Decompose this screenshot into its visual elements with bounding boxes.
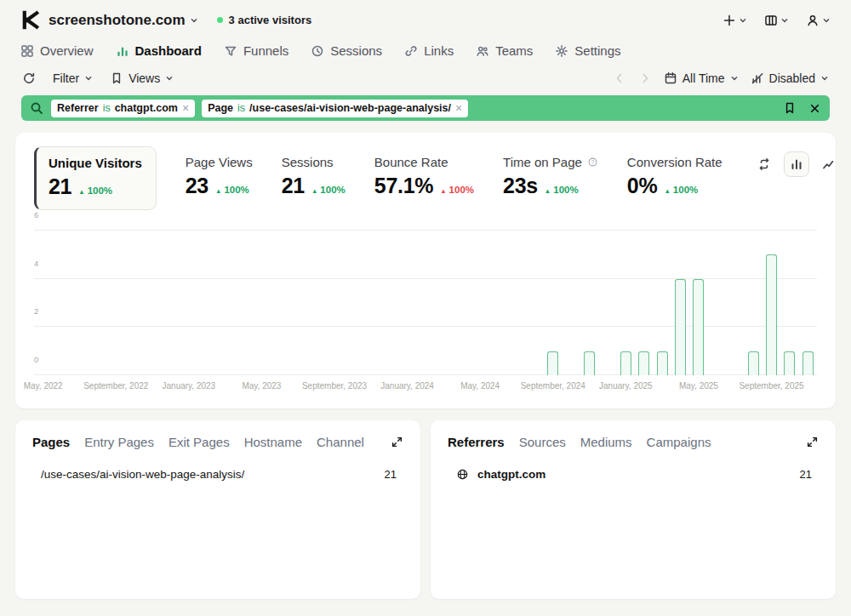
settings-icon [555,44,568,58]
date-range-button[interactable]: All Time [664,71,739,85]
referrers-card: ReferrersSourcesMediumsCampaigns chatgpt… [431,420,836,599]
account-button[interactable] [806,14,831,27]
expand-pages-button[interactable] [391,436,403,448]
filter-chip-page[interactable]: Pageis/use-cases/ai-vision-web-page-anal… [202,100,468,117]
nav-label: Overview [40,43,94,58]
layout-button[interactable] [764,14,789,27]
metric-value-row: 21▲100% [282,174,346,198]
tab-campaigns[interactable]: Campaigns [647,435,711,449]
pages-table-row[interactable]: /use-cases/ai-vision-web-page-analysis/2… [32,468,403,481]
metric-conversion-rate[interactable]: Conversion Rate0%▲100% [627,146,722,198]
filter-button[interactable]: Filter [53,71,93,85]
nav-item-links[interactable]: Links [404,43,454,58]
metric-bounce-rate[interactable]: Bounce Rate57.1%▲100% [374,146,474,198]
teams-icon [476,44,489,58]
chart-controls [751,146,842,177]
referrers-table-row[interactable]: chatgpt.com21 [448,468,819,481]
filter-chip-referrer[interactable]: Referrerischatgpt.com× [51,100,195,117]
chevron-down-icon [739,16,747,25]
save-view-button[interactable] [783,101,797,115]
chart-bar[interactable] [675,279,686,375]
y-axis-label: 4 [34,259,38,268]
trend-up-icon: ▲ [78,188,84,196]
tab-entry-pages[interactable]: Entry Pages [84,435,154,449]
expand-referrers-button[interactable] [806,436,819,448]
trend-up-icon: ▲ [664,187,670,195]
nav-item-teams[interactable]: Teams [476,43,533,58]
tab-hostname[interactable]: Hostname [244,435,302,449]
tab-mediums[interactable]: Mediums [580,435,632,449]
clear-filters-button[interactable] [808,102,821,115]
chip-value: chatgpt.com [115,102,178,114]
row-text: chatgpt.com [477,468,545,481]
tab-exit-pages[interactable]: Exit Pages [168,435,230,449]
metric-value-row: 23▲100% [186,174,253,198]
nav-item-sessions[interactable]: Sessions [311,43,382,58]
line-chart-button[interactable] [816,151,842,177]
referrers-tabs-row: ReferrersSourcesMediumsCampaigns [448,435,819,449]
x-axis-label: January, 2023 [163,381,216,391]
chart-bar[interactable] [620,351,631,375]
chart-bar[interactable] [748,351,759,375]
site-name: screenshotone.com [49,12,186,29]
tab-referrers[interactable]: Referrers [448,435,505,449]
chart-x-labels: May, 2022September, 2022January, 2023May… [34,381,817,395]
goals-button[interactable]: Disabled [751,71,829,85]
metric-label: Conversion Rate [627,155,722,169]
pages-list: /use-cases/ai-vision-web-page-analysis/2… [32,468,403,481]
tab-sources[interactable]: Sources [519,435,566,449]
chip-field: Page [208,102,233,114]
nav-item-settings[interactable]: Settings [555,43,620,58]
prev-period-button[interactable] [613,71,626,85]
active-visitors-label: 3 active visitors [229,14,312,26]
tab-channel[interactable]: Channel [317,435,364,449]
nav-label: Dashboard [135,43,202,58]
chart-bar[interactable] [802,351,814,375]
chevron-down-icon [84,74,93,83]
metric-unique-visitors[interactable]: Unique Visitors21▲100% [34,146,157,210]
metric-label-text: Sessions [282,155,334,169]
chart-bar[interactable] [657,351,668,375]
chart-bar[interactable] [766,254,777,375]
chart-bar[interactable] [693,279,704,375]
remove-filter-icon[interactable]: × [455,102,462,114]
refresh-icon [22,71,36,85]
chart-bar[interactable] [584,351,595,375]
compare-button[interactable] [751,151,777,177]
metric-value: 21 [282,174,305,198]
columns-icon [764,14,778,27]
nav-item-overview[interactable]: Overview [20,43,94,58]
metric-sessions[interactable]: Sessions21▲100% [282,146,346,198]
metric-page-views[interactable]: Page Views23▲100% [186,146,253,198]
chart-bar[interactable] [547,351,558,375]
refresh-button[interactable] [22,71,36,85]
metric-change: ▲100% [545,185,579,195]
chart-bar[interactable] [784,351,795,375]
main-nav: OverviewDashboardFunnelsSessionsLinksTea… [0,35,851,63]
tab-pages[interactable]: Pages [32,435,70,449]
chart-plot: 0246 [34,231,817,375]
add-button[interactable] [722,14,747,27]
metric-change-pct: 100% [224,185,248,195]
row-label: /use-cases/ai-vision-web-page-analysis/ [41,468,244,481]
metric-change: ▲100% [664,185,698,195]
nav-item-dashboard[interactable]: Dashboard [116,43,202,58]
screenshotone-logo-icon[interactable] [20,10,40,30]
search-icon[interactable] [30,101,43,115]
views-button[interactable]: Views [110,71,174,85]
next-period-button[interactable] [638,71,652,85]
remove-filter-icon[interactable]: × [182,102,189,114]
chart-bar[interactable] [638,351,649,375]
x-axis-label: May, 2025 [679,381,718,391]
site-switcher[interactable]: screenshotone.com [49,12,198,29]
bar-chart-icon [116,44,129,58]
metric-time-on-page[interactable]: Time on Page?23s▲100% [503,146,598,198]
metric-change-pct: 100% [88,185,112,196]
metric-label-text: Page Views [186,155,253,169]
metric-change: ▲100% [215,185,249,195]
metric-label-text: Unique Visitors [49,156,142,170]
x-axis-label: May, 2024 [460,381,500,391]
nav-label: Links [424,43,454,58]
nav-item-funnels[interactable]: Funnels [224,43,288,58]
bar-chart-button[interactable] [784,151,809,177]
